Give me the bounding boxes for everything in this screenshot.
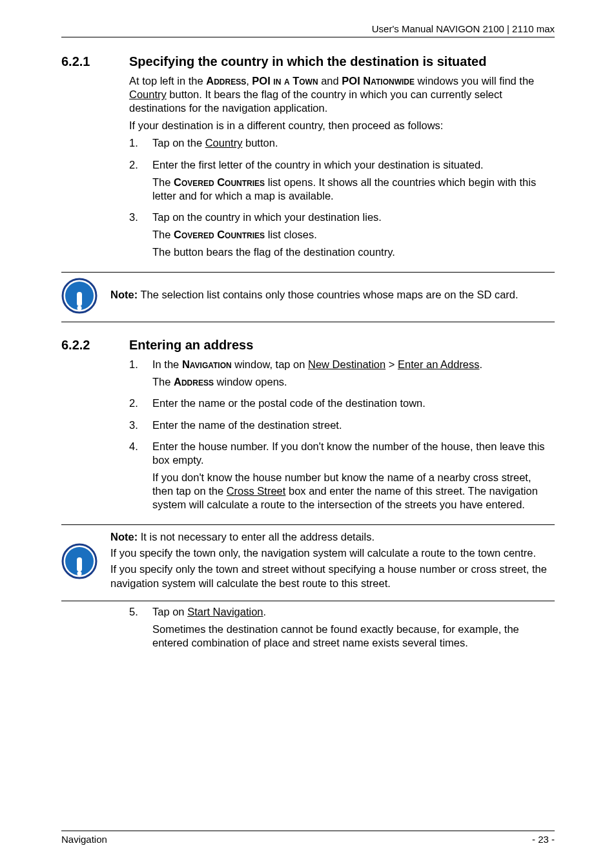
step-5-text: Tap on Start Navigation. [152,605,555,619]
list-item: 1. Tap on the Country button. [129,136,555,154]
list-item: 4. Enter the house number. If you don't … [129,440,555,516]
navigation-window-label: Navigation [182,358,232,370]
cross-street-ref: Cross Street [227,485,286,497]
step-5-followup: Sometimes the destination cannot be foun… [152,623,555,650]
svg-point-7 [77,572,82,576]
step-number: 3. [129,418,152,436]
step-4-text: Enter the house number. If you don't kno… [152,440,555,467]
step-2-followup: The Covered Countries list opens. It sho… [152,176,555,203]
section-number: 6.2.1 [61,54,129,69]
intro-paragraph-1: At top left in the Address, POI in a Tow… [129,74,555,115]
step-number: 2. [129,158,152,207]
section-heading-6-2-2: 6.2.2 Entering an address [61,338,555,353]
info-icon [61,543,98,579]
step-2-text: Enter the first letter of the country in… [152,158,555,172]
section-body-6-2-2: 1. In the Navigation window, tap on New … [129,358,555,515]
section-title: Specifying the country in which the dest… [129,54,486,69]
footer-left: Navigation [61,834,107,845]
address-window-label: Address [174,376,214,388]
country-button-ref: Country [205,137,243,149]
section-body-6-2-1: At top left in the Address, POI in a Tow… [129,74,555,263]
address-window-label: Address [206,75,246,87]
footer-right: - 23 - [532,834,555,845]
list-item: 5. Tap on Start Navigation. Sometimes th… [129,605,555,654]
page-footer: Navigation - 23 - [61,831,555,845]
svg-point-3 [77,306,82,311]
section-heading-6-2-1: 6.2.1 Specifying the country in which th… [61,54,555,69]
header-text: User's Manual NAVIGON 2100 | 2110 max [372,23,555,34]
note-block: Note: It is not necessary to enter all t… [61,524,555,601]
svg-rect-6 [77,557,82,572]
step-number: 5. [129,605,152,654]
list-item: 2. Enter the first letter of the country… [129,158,555,207]
step-number: 1. [129,136,152,154]
page-header: User's Manual NAVIGON 2100 | 2110 max [61,23,555,37]
note-block: Note: The selection list contains only t… [61,272,555,322]
step-number: 4. [129,440,152,516]
intro-paragraph-2: If your destination is in a different co… [129,119,555,132]
new-destination-ref: New Destination [308,358,385,370]
step-number: 3. [129,211,152,263]
step-3-text: Enter the name of the destination street… [152,418,555,432]
note-text: Note: The selection list contains only t… [110,288,518,304]
poi-nationwide-label: POI Nationwide [342,75,415,87]
step-4-followup: If you don't know the house number but k… [152,471,555,512]
info-icon [61,278,98,314]
note-text: Note: It is not necessary to enter all t… [110,530,555,592]
step-1-followup: The Address window opens. [152,375,555,389]
list-item: 3. Enter the name of the destination str… [129,418,555,436]
enter-an-address-ref: Enter an Address [398,358,480,370]
step-number: 1. [129,358,152,393]
step-2-text: Enter the name or the postal code of the… [152,397,555,410]
step-1-text: Tap on the Country button. [152,136,555,150]
step-3-text: Tap on the country in which your destina… [152,211,555,224]
step-1-text: In the Navigation window, tap on New Des… [152,358,555,371]
list-item: 3. Tap on the country in which your dest… [129,211,555,263]
poi-in-a-town-label: POI in a Town [252,75,318,87]
step-number: 2. [129,397,152,414]
list-item: 2. Enter the name or the postal code of … [129,397,555,414]
section-title: Entering an address [129,338,253,353]
list-item: 1. In the Navigation window, tap on New … [129,358,555,393]
covered-countries-label: Covered Countries [174,229,265,240]
step-3-followup-1: The Covered Countries list closes. [152,228,555,242]
section-number: 6.2.2 [61,338,129,353]
covered-countries-label: Covered Countries [174,176,265,188]
start-navigation-ref: Start Navigation [187,606,263,617]
svg-rect-2 [77,292,82,306]
step-3-followup-2: The button bears the flag of the destina… [152,245,555,259]
section-body-6-2-2-cont: 5. Tap on Start Navigation. Sometimes th… [129,605,555,654]
country-button-ref: Country [129,88,167,100]
